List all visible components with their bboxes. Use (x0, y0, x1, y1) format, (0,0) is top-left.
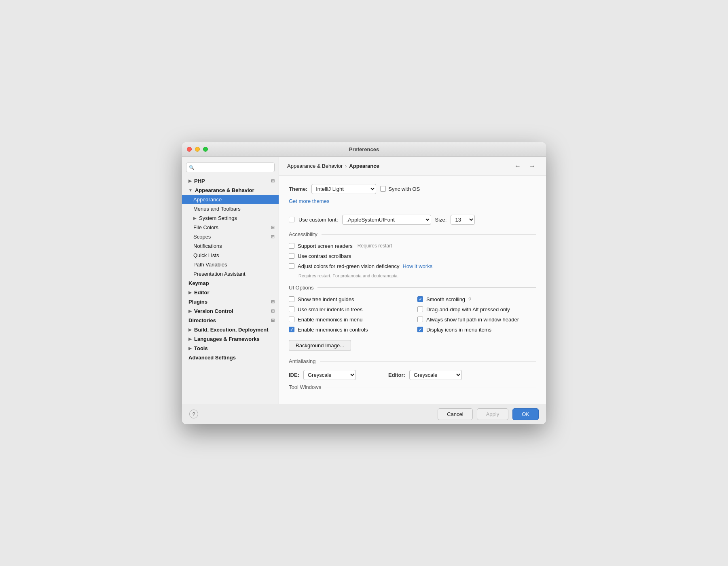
sidebar-item-advanced-settings[interactable]: Advanced Settings (182, 353, 279, 362)
sidebar-item-notifications[interactable]: Notifications (182, 241, 279, 251)
sidebar-item-plugins[interactable]: Plugins ⊞ (182, 297, 279, 306)
sidebar-item-appearance[interactable]: Appearance (182, 195, 279, 204)
ide-aa-select[interactable]: Greyscale None Subpixel (303, 370, 356, 380)
sidebar-item-menus-toolbars[interactable]: Menus and Toolbars (182, 204, 279, 213)
help-icon: ? (192, 411, 195, 417)
drag-drop-label[interactable]: Drag-and-drop with Alt pressed only (426, 306, 510, 313)
mnemonics-menu-label[interactable]: Enable mnemonics in menu (298, 317, 362, 323)
tool-windows-label: Tool Windows (289, 384, 321, 390)
sidebar-item-appearance-behavior[interactable]: ▼ Appearance & Behavior (182, 186, 279, 195)
sidebar-item-quick-lists[interactable]: Quick Lists (182, 251, 279, 260)
minimize-button[interactable] (195, 147, 200, 152)
sidebar-item-label: Plugins (188, 299, 207, 305)
close-button[interactable] (187, 147, 192, 152)
forward-button[interactable]: → (527, 162, 538, 171)
sidebar-item-languages-frameworks[interactable]: ▶ Languages & Frameworks (182, 334, 279, 344)
show-tree-indent-row: Show tree indent guides (289, 296, 408, 302)
tool-windows-divider: Tool Windows (289, 384, 536, 390)
requires-restart-hint: Requires restart (358, 243, 392, 249)
custom-font-row: Use custom font: .AppleSystemUIFont Size… (289, 215, 536, 225)
contrast-scrollbars-label[interactable]: Use contrast scrollbars (298, 253, 351, 259)
get-themes-link[interactable]: Get more themes (289, 198, 329, 204)
main-content: Theme: IntelliJ Light Darcula High Contr… (279, 176, 546, 404)
always-full-path-checkbox[interactable] (417, 317, 423, 322)
sidebar-item-label: Notifications (193, 243, 222, 249)
sidebar-item-label: PHP (194, 178, 205, 184)
sidebar-item-tools[interactable]: ▶ Tools (182, 344, 279, 353)
mnemonics-menu-checkbox[interactable] (289, 317, 294, 322)
show-tree-indent-label[interactable]: Show tree indent guides (298, 296, 354, 302)
search-input[interactable] (186, 163, 275, 172)
display-icons-checkbox[interactable] (417, 327, 423, 332)
how-it-works-link[interactable]: How it works (402, 263, 432, 269)
sync-with-os-checkbox[interactable] (380, 186, 386, 192)
sidebar-item-label: Tools (194, 345, 208, 351)
sidebar-item-build-execution[interactable]: ▶ Build, Execution, Deployment (182, 325, 279, 334)
contrast-scrollbars-checkbox[interactable] (289, 253, 294, 259)
cancel-button[interactable]: Cancel (438, 408, 472, 420)
sidebar-item-presentation-assistant[interactable]: Presentation Assistant (182, 269, 279, 279)
mnemonics-controls-label[interactable]: Enable mnemonics in controls (298, 327, 368, 333)
breadcrumb-parent: Appearance & Behavior (287, 163, 343, 169)
screen-readers-label[interactable]: Support screen readers (298, 243, 353, 249)
adjust-colors-label[interactable]: Adjust colors for red-green vision defic… (298, 263, 399, 269)
sync-with-os-label[interactable]: Sync with OS (388, 186, 420, 192)
smaller-indents-checkbox[interactable] (289, 306, 294, 312)
divider-line (317, 287, 536, 288)
smooth-scrolling-row: Smooth scrolling ? (417, 296, 536, 302)
sidebar-item-label: Keymap (188, 280, 209, 286)
sidebar: 🔍 ▶ PHP ⊞ ▼ Appearance & Behavior Appear… (182, 157, 279, 404)
sidebar-item-directories[interactable]: Directories ⊞ (182, 316, 279, 325)
show-tree-indent-checkbox[interactable] (289, 296, 294, 302)
smooth-scrolling-label[interactable]: Smooth scrolling (426, 296, 465, 302)
divider-line (322, 234, 536, 234)
sidebar-item-path-variables[interactable]: Path Variables (182, 260, 279, 269)
display-icons-label[interactable]: Display icons in menu items (426, 327, 491, 333)
sidebar-badge: ⊞ (271, 308, 275, 314)
adjust-colors-row: Adjust colors for red-green vision defic… (289, 263, 536, 269)
sidebar-item-version-control[interactable]: ▶ Version Control ⊞ (182, 306, 279, 316)
smooth-scrolling-help-icon[interactable]: ? (468, 296, 471, 302)
font-select[interactable]: .AppleSystemUIFont (342, 215, 431, 225)
sidebar-badge: ⊞ (271, 225, 275, 230)
ui-options-label: UI Options (289, 285, 313, 291)
accessibility-divider: Accessibility (289, 231, 536, 237)
back-button[interactable]: ← (512, 162, 523, 171)
help-button[interactable]: ? (189, 410, 198, 418)
always-full-path-label[interactable]: Always show full path in window header (426, 317, 519, 323)
sidebar-item-file-colors[interactable]: File Colors ⊞ (182, 223, 279, 232)
sidebar-item-php[interactable]: ▶ PHP ⊞ (182, 176, 279, 186)
custom-font-checkbox[interactable] (289, 217, 294, 222)
size-select[interactable]: 13 (451, 215, 475, 225)
sidebar-badge: ⊞ (271, 178, 275, 184)
drag-drop-row: Drag-and-drop with Alt pressed only (417, 306, 536, 313)
sidebar-item-label: Menus and Toolbars (193, 206, 241, 212)
background-image-button[interactable]: Background Image... (289, 340, 351, 351)
smaller-indents-label[interactable]: Use smaller indents in trees (298, 306, 362, 313)
sidebar-item-system-settings[interactable]: ▶ System Settings (182, 213, 279, 223)
ok-button[interactable]: OK (512, 408, 539, 420)
chevron-icon: ▶ (188, 179, 192, 183)
screen-readers-checkbox[interactable] (289, 243, 294, 249)
apply-button[interactable]: Apply (477, 408, 509, 420)
size-label: Size: (435, 217, 447, 223)
sidebar-item-label: Editor (194, 289, 210, 296)
footer-buttons: Cancel Apply OK (438, 408, 539, 420)
sidebar-item-editor[interactable]: ▶ Editor (182, 288, 279, 297)
title-bar: Preferences (182, 142, 546, 157)
ide-aa-label: IDE: (289, 372, 299, 378)
adjust-colors-checkbox[interactable] (289, 263, 294, 269)
theme-select[interactable]: IntelliJ Light Darcula High Contrast (311, 184, 376, 194)
drag-drop-checkbox[interactable] (417, 306, 423, 312)
search-box[interactable]: 🔍 (186, 163, 275, 172)
custom-font-label[interactable]: Use custom font: (298, 217, 338, 223)
mnemonics-controls-checkbox[interactable] (289, 327, 294, 332)
footer-bar: ? Cancel Apply OK (182, 404, 546, 424)
editor-aa-select[interactable]: Greyscale None Subpixel (409, 370, 462, 380)
main-header: Appearance & Behavior › Appearance ← → (279, 157, 546, 176)
sidebar-item-scopes[interactable]: Scopes ⊞ (182, 232, 279, 241)
sidebar-item-keymap[interactable]: Keymap (182, 279, 279, 288)
maximize-button[interactable] (203, 147, 208, 152)
smooth-scrolling-checkbox[interactable] (417, 296, 423, 302)
ui-options-divider: UI Options (289, 285, 536, 291)
